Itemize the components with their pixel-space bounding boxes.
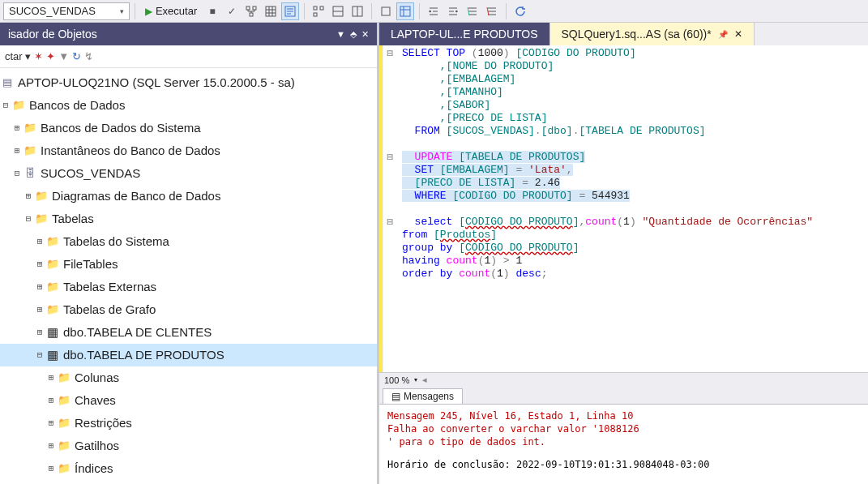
connect-button[interactable]: ctar ▾ bbox=[5, 50, 31, 62]
plan-icon[interactable] bbox=[242, 2, 260, 20]
tree-node[interactable]: ⊞📁FileTables bbox=[0, 253, 377, 276]
separator bbox=[304, 3, 305, 19]
error-line: Falha ao converter o varchar valor '1088… bbox=[387, 422, 860, 435]
editor-tabs: LAPTOP-UL...E PRODUTOS SQLQuery1.sq...AS… bbox=[379, 23, 868, 45]
results-grid-icon[interactable] bbox=[262, 2, 280, 20]
tool-icon[interactable] bbox=[396, 2, 414, 20]
tool-icon[interactable] bbox=[329, 2, 347, 20]
separator bbox=[135, 3, 135, 19]
parse-button[interactable]: ✓ bbox=[223, 2, 241, 20]
tree-node[interactable]: ⊞📁Gatilhos bbox=[0, 435, 377, 457]
tree-node-table-selected[interactable]: ⊟▦dbo.TABELA DE PRODUTOS bbox=[0, 344, 377, 366]
svg-rect-3 bbox=[266, 6, 276, 16]
tool-icon[interactable]: ↯ bbox=[84, 50, 93, 62]
disconnect-icon[interactable]: ✶ bbox=[34, 50, 43, 62]
execute-label: Executar bbox=[156, 5, 197, 17]
tab-label: LAPTOP-UL...E PRODUTOS bbox=[391, 28, 538, 41]
svg-rect-5 bbox=[314, 6, 317, 10]
database-dropdown[interactable]: SUCOS_VENDAS ▾ bbox=[3, 2, 130, 20]
separator bbox=[419, 3, 420, 19]
close-icon[interactable]: ✕ bbox=[361, 29, 369, 40]
tool-icon[interactable]: ✦ bbox=[46, 50, 55, 62]
tree-node[interactable]: ⊞📁Tabelas de Grafo bbox=[0, 298, 377, 321]
scroll-left-icon[interactable]: ◂ bbox=[422, 375, 427, 385]
main-toolbar: SUCOS_VENDAS ▾ ▶ Executar ■ ✓ bbox=[0, 0, 868, 23]
indent-icon[interactable] bbox=[425, 2, 443, 20]
tab-active[interactable]: SQLQuery1.sq...AS (sa (60))* 📌 ✕ bbox=[550, 23, 755, 45]
tree-node-table[interactable]: ⊞▦dbo.TABELA DE CLENTES bbox=[0, 321, 377, 344]
tree-node[interactable]: ⊞📁Bancos de Dados do Sistema bbox=[0, 117, 377, 139]
tree-node[interactable]: ⊟📁Tabelas bbox=[0, 208, 377, 230]
play-icon: ▶ bbox=[145, 6, 152, 17]
refresh-icon[interactable]: ↻ bbox=[72, 50, 81, 62]
tab-inactive[interactable]: LAPTOP-UL...E PRODUTOS bbox=[379, 23, 550, 45]
svg-rect-7 bbox=[314, 13, 317, 16]
tool-icon[interactable] bbox=[310, 2, 327, 20]
tree-node[interactable]: ⊞📁Índices bbox=[0, 457, 377, 480]
tree-node[interactable]: ⊞📁Tabelas do Sistema bbox=[0, 230, 377, 253]
svg-rect-11 bbox=[400, 6, 410, 16]
comment-icon[interactable] bbox=[464, 2, 481, 20]
outline-column[interactable]: ⊟ ⊟ ⊟ bbox=[383, 45, 397, 372]
messages-icon: ▤ bbox=[391, 391, 400, 402]
close-icon[interactable]: ✕ bbox=[734, 28, 742, 40]
tool-icon[interactable] bbox=[377, 2, 395, 20]
refresh-icon[interactable] bbox=[511, 2, 529, 20]
svg-rect-0 bbox=[246, 6, 250, 10]
tree-node[interactable]: ⊞📁Restrições bbox=[0, 412, 377, 435]
svg-rect-2 bbox=[250, 13, 253, 16]
tree-node[interactable]: ⊟🗄SUCOS_VENDAS bbox=[0, 162, 377, 185]
svg-rect-1 bbox=[253, 6, 256, 10]
tree-node[interactable]: ⊞📁Instantâneos do Banco de Dados bbox=[0, 139, 377, 162]
filter-icon[interactable]: ▼ bbox=[58, 50, 69, 62]
editor-area: LAPTOP-UL...E PRODUTOS SQLQuery1.sq...AS… bbox=[379, 23, 868, 484]
results-tabs: ▤ Mensagens bbox=[379, 387, 868, 405]
chevron-down-icon: ▾ bbox=[120, 7, 124, 15]
svg-rect-10 bbox=[382, 7, 390, 15]
server-node[interactable]: ▤APTOP-ULOQ21NO (SQL Server 15.0.2000.5 … bbox=[0, 71, 377, 94]
outdent-icon[interactable] bbox=[444, 2, 462, 20]
error-line: Mensagem 245, Nível 16, Estado 1, Linha … bbox=[387, 409, 860, 422]
code-content[interactable]: SELECT TOP (1000) [CODIGO DO PRODUTO] ,[… bbox=[397, 45, 868, 372]
dropdown-icon[interactable]: ▼ bbox=[336, 29, 345, 40]
object-explorer-title: isador de Objetos bbox=[8, 28, 97, 41]
uncomment-icon[interactable] bbox=[483, 2, 501, 20]
object-explorer-toolbar: ctar ▾ ✶ ✦ ▼ ↻ ↯ bbox=[0, 45, 377, 68]
tree-node[interactable]: ⊞📁Tabelas Externas bbox=[0, 276, 377, 298]
object-explorer-header: isador de Objetos ▼ ⬘ ✕ bbox=[0, 23, 377, 45]
separator bbox=[506, 3, 507, 19]
execute-button[interactable]: ▶ Executar bbox=[140, 2, 202, 20]
code-editor[interactable]: ⊟ ⊟ ⊟ SELECT TOP (1000) [CODIGO DO PRODU… bbox=[379, 45, 868, 372]
tool-icon[interactable] bbox=[348, 2, 366, 20]
messages-label: Mensagens bbox=[404, 391, 454, 402]
completion-line: Horário de conclusão: 2022-09-10T19:01:3… bbox=[387, 458, 860, 471]
tree-node[interactable]: ⊞📁Colunas bbox=[0, 366, 377, 389]
object-explorer: isador de Objetos ▼ ⬘ ✕ ctar ▾ ✶ ✦ ▼ ↻ ↯… bbox=[0, 23, 379, 484]
svg-rect-6 bbox=[320, 6, 323, 10]
zoom-bar: 100 % ▾ ◂ bbox=[379, 372, 868, 387]
chevron-down-icon[interactable]: ▾ bbox=[414, 376, 417, 383]
messages-tab[interactable]: ▤ Mensagens bbox=[383, 388, 463, 404]
error-line: ' para o tipo de dados int. bbox=[387, 435, 860, 448]
object-tree[interactable]: ▤APTOP-ULOQ21NO (SQL Server 15.0.2000.5 … bbox=[0, 68, 377, 484]
pin-icon[interactable]: 📌 bbox=[718, 30, 728, 39]
zoom-value[interactable]: 100 % bbox=[384, 375, 409, 385]
tree-node[interactable]: ⊞📁Chaves bbox=[0, 389, 377, 412]
stop-button[interactable]: ■ bbox=[203, 2, 221, 20]
tree-node[interactable]: ⊞📁Diagramas de Banco de Dados bbox=[0, 185, 377, 208]
tree-node[interactable]: ⊟📁Bancos de Dados bbox=[0, 94, 377, 117]
separator bbox=[371, 3, 372, 19]
results-text-icon[interactable] bbox=[281, 2, 299, 20]
pin-icon[interactable]: ⬘ bbox=[350, 29, 357, 40]
tab-label: SQLQuery1.sq...AS (sa (60))* bbox=[562, 28, 712, 41]
database-name: SUCOS_VENDAS bbox=[9, 5, 96, 17]
messages-pane[interactable]: Mensagem 245, Nível 16, Estado 1, Linha … bbox=[379, 405, 868, 484]
